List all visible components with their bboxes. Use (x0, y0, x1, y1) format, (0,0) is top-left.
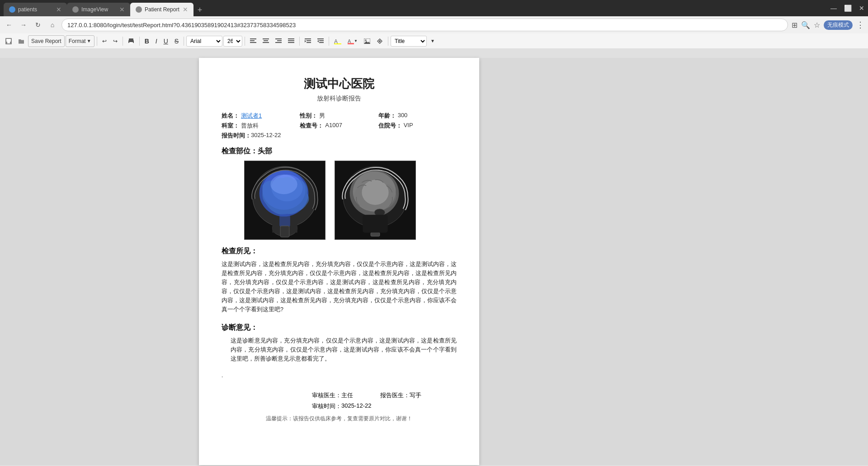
separator-5 (245, 37, 245, 46)
home-button[interactable]: ⌂ (47, 19, 58, 30)
forward-button[interactable]: → (18, 19, 29, 30)
strikethrough-button[interactable]: S (172, 35, 181, 47)
svg-marker-32 (364, 41, 370, 44)
separator-6 (299, 37, 300, 46)
save-icon[interactable] (3, 35, 14, 47)
admission-label: 住院号： (378, 122, 402, 130)
tab-label-patients: patients (18, 6, 37, 13)
italic-button[interactable]: I (153, 35, 160, 47)
outdent-button[interactable] (302, 35, 314, 47)
svg-rect-1 (6, 39, 11, 42)
underline-button[interactable]: U (161, 35, 171, 47)
new-tab-button[interactable]: + (193, 4, 206, 16)
document-page[interactable]: 测试中心医院 放射科诊断报告 姓名： 测试者1 性别： 男 年龄： (199, 58, 479, 465)
format-label: Format (69, 38, 86, 44)
align-right-button[interactable] (273, 35, 284, 47)
svg-rect-10 (264, 40, 268, 41)
svg-rect-17 (288, 42, 294, 43)
exam-section: 检查部位：头部 (222, 147, 457, 156)
svg-point-41 (270, 175, 297, 194)
findings-text[interactable]: 这是测试内容，这是检查所见内容，充分填充内容，仅仅是个示意内容，这是测试内容，这… (222, 260, 457, 314)
svg-point-31 (365, 39, 367, 41)
tab-close-patientreport[interactable]: ✕ (183, 6, 188, 13)
insert-image-button[interactable] (361, 35, 373, 47)
brain-image-2 (335, 161, 416, 240)
maximize-button[interactable]: ⬜ (844, 5, 852, 12)
svg-rect-16 (288, 40, 294, 41)
report-type: 放射科诊断报告 (222, 95, 457, 103)
svg-rect-20 (307, 42, 311, 43)
findings-section-title: 检查所见： (222, 247, 457, 256)
user-icon[interactable]: 无痕模式 (824, 20, 853, 30)
format-dropdown-icon: ▼ (87, 38, 91, 43)
svg-point-33 (379, 40, 381, 42)
url-bar[interactable]: 127.0.0.1:8080/login/test/testReport.htm… (61, 19, 788, 31)
more-tools-button[interactable] (374, 35, 386, 47)
indent-button[interactable] (315, 35, 326, 47)
svg-rect-5 (129, 42, 133, 44)
patient-info-section: 姓名： 测试者1 性别： 男 年龄： 300 科室： 普放科 (222, 112, 457, 140)
color-picker-button[interactable]: A ▼ (345, 35, 360, 47)
report-time-label: 报告时间： (222, 132, 251, 140)
tab-close-patients[interactable]: ✕ (56, 6, 61, 13)
tab-patientreport[interactable]: Patient Report ✕ (130, 3, 193, 16)
reload-button[interactable]: ↻ (33, 19, 43, 30)
extension-icon[interactable]: ⊞ (792, 21, 797, 29)
separator-1 (97, 37, 97, 46)
tab-close-imageview[interactable]: ✕ (119, 6, 125, 13)
report-doctor-label: 报告医生： (380, 391, 410, 399)
editor-toolbar: Save Report Format ▼ ↩ ↪ B I U S Arial (0, 33, 868, 49)
bold-button[interactable]: B (142, 35, 152, 47)
svg-rect-54 (363, 215, 387, 233)
font-size-select[interactable]: 26 (223, 36, 242, 47)
diagnosis-text[interactable]: 这是诊断意见内容，充分填充内容，仅仅是个示意内容，这是测试内容，这是检查所见内容… (222, 336, 457, 363)
paragraph-style-select[interactable]: Title (391, 36, 427, 47)
close-button[interactable]: ✕ (859, 5, 864, 12)
exam-no-value: A1007 (325, 122, 342, 130)
report-doctor-value: 写手 (410, 391, 421, 399)
format-button[interactable]: Format ▼ (66, 35, 94, 47)
minimize-button[interactable]: — (830, 5, 837, 12)
bookmark-icon[interactable]: ☆ (814, 21, 820, 29)
svg-rect-43 (280, 226, 289, 237)
zoom-icon[interactable]: 🔍 (801, 21, 810, 29)
left-gutter (0, 58, 199, 465)
undo-button[interactable]: ↩ (99, 35, 109, 47)
justify-button[interactable] (285, 35, 297, 47)
back-button[interactable]: ← (4, 19, 14, 30)
save-report-button[interactable]: Save Report (28, 35, 65, 47)
svg-rect-14 (275, 42, 282, 43)
address-bar: ← → ↻ ⌂ 127.0.0.1:8080/login/test/testRe… (0, 16, 868, 33)
separator-2 (123, 37, 123, 46)
align-center-button[interactable] (260, 35, 272, 47)
review-time-label: 审核时间： (312, 402, 341, 410)
age-label: 年龄： (378, 112, 396, 120)
highlight-button[interactable]: A (331, 35, 344, 47)
svg-rect-13 (277, 40, 282, 41)
svg-rect-29 (348, 43, 354, 44)
tab-patients[interactable]: patients ✕ (4, 3, 67, 16)
align-left-button[interactable] (247, 35, 259, 47)
svg-rect-27 (334, 43, 341, 44)
style-dropdown-icon[interactable]: ▼ (428, 35, 438, 47)
print-icon[interactable] (125, 35, 137, 47)
reviewer-label: 审核医生： (312, 391, 341, 399)
exam-no-label: 检查号： (300, 122, 323, 130)
title-bar: patients ✕ ImageView ✕ Patient Report ✕ … (0, 0, 868, 16)
svg-rect-23 (319, 40, 324, 41)
tab-imageview[interactable]: ImageView ✕ (67, 3, 130, 16)
right-gutter (479, 58, 868, 465)
svg-point-48 (362, 180, 388, 205)
menu-icon[interactable]: ⋮ (856, 20, 864, 30)
separator-3 (139, 37, 140, 46)
hospital-name: 测试中心医院 (222, 76, 457, 92)
svg-marker-21 (305, 40, 306, 43)
gender-label: 性别： (300, 112, 317, 120)
font-family-select[interactable]: Arial (186, 36, 222, 47)
svg-rect-18 (305, 38, 311, 39)
open-icon[interactable] (15, 35, 27, 47)
svg-rect-9 (263, 38, 269, 39)
redo-button[interactable]: ↪ (110, 35, 120, 47)
svg-rect-24 (319, 42, 324, 43)
diagnosis-section-title: 诊断意见： (222, 323, 457, 333)
